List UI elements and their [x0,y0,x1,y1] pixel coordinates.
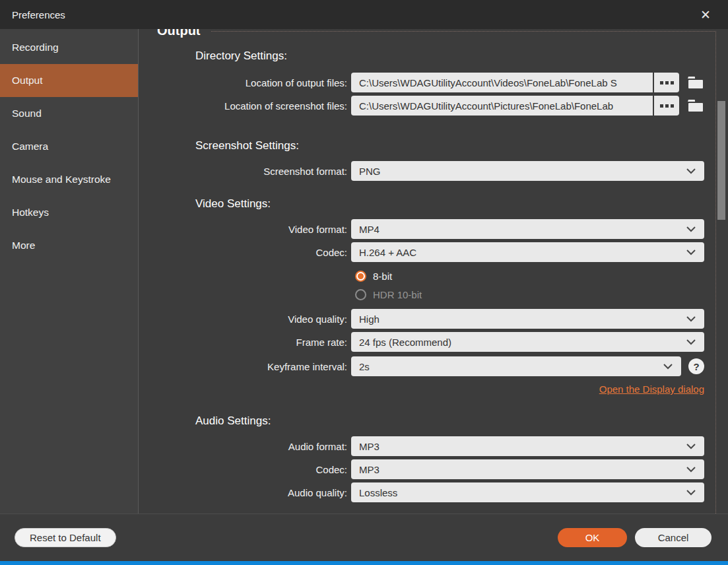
audio-codec-label: Codec: [157,464,351,475]
chevron-down-icon [686,489,696,496]
sidebar-item-recording[interactable]: Recording [0,31,138,64]
video-quality-value: High [359,314,680,325]
folder-icon [688,99,704,112]
output-location-label: Location of output files: [157,77,351,88]
chevron-down-icon [686,443,696,449]
audio-format-dropdown[interactable]: MP3 [351,436,704,456]
vertical-scrollbar-thumb[interactable] [717,101,725,220]
sidebar-item-output[interactable]: Output [0,64,138,97]
keyframe-interval-value: 2s [359,361,657,372]
chevron-down-icon [686,168,696,174]
page-title: Output [157,29,704,38]
screenshot-format-value: PNG [359,166,680,177]
chevron-down-icon [686,316,696,322]
audio-quality-dropdown[interactable]: Lossless [351,482,704,502]
output-settings-panel: Output Directory Settings: Location of o… [139,29,728,514]
output-location-field[interactable]: C:\Users\WDAGUtilityAccount\Videos\FoneL… [351,73,653,92]
audio-quality-row: Audio quality: Lossless [157,482,704,502]
screenshot-location-field[interactable]: C:\Users\WDAGUtilityAccount\Pictures\Fon… [351,96,653,116]
radio-hdr10bit[interactable] [355,289,366,300]
sidebar-item-more[interactable]: More [0,229,138,262]
help-question-icon[interactable]: ? [688,358,704,374]
video-codec-value: H.264 + AAC [359,247,680,258]
open-folder-icon[interactable] [687,74,704,91]
screenshot-location-row: Location of screenshot files: C:\Users\W… [157,96,704,116]
video-quality-dropdown[interactable]: High [351,309,704,329]
audio-codec-dropdown[interactable]: MP3 [351,459,704,479]
chevron-down-icon [686,339,696,345]
screenshot-format-row: Screenshot format: PNG [157,161,704,181]
audio-settings-heading: Audio Settings: [195,415,704,428]
output-location-row: Location of output files: C:\Users\WDAGU… [157,73,704,92]
chevron-down-icon [686,226,696,232]
audio-format-label: Audio format: [157,441,351,452]
keyframe-interval-dropdown[interactable]: 2s [351,356,681,376]
video-quality-row: Video quality: High [157,309,704,329]
footer-bar: Reset to Default OK Cancel [0,514,728,561]
audio-codec-row: Codec: MP3 [157,459,704,479]
chevron-down-icon [663,363,673,370]
keyframe-interval-row: Keyframe interval: 2s ? [157,356,704,376]
radio-hdr10bit-label: HDR 10-bit [373,289,422,300]
bit-depth-hdr10bit-option: HDR 10-bit [157,288,704,300]
ok-button[interactable]: OK [558,528,627,547]
screenshot-location-label: Location of screenshot files: [157,100,351,112]
screenshot-format-label: Screenshot format: [157,166,351,177]
taskbar-edge-strip [0,561,728,565]
browse-ellipsis-icon[interactable] [654,73,679,92]
audio-format-row: Audio format: MP3 [157,436,704,456]
folder-icon [688,76,704,89]
video-codec-row: Codec: H.264 + AAC [157,242,704,262]
sidebar-item-camera[interactable]: Camera [0,130,138,163]
video-settings-heading: Video Settings: [195,197,704,211]
video-format-dropdown[interactable]: MP4 [351,219,704,239]
open-display-dialog-link[interactable]: Open the Display dialog [599,383,704,395]
display-dialog-link-row: Open the Display dialog [157,383,704,395]
video-quality-label: Video quality: [157,314,351,325]
bit-depth-8bit-option: 8-bit [157,270,704,282]
sidebar-item-sound[interactable]: Sound [0,97,138,130]
video-format-row: Video format: MP4 [157,219,704,239]
audio-quality-label: Audio quality: [157,487,351,498]
frame-rate-value: 24 fps (Recommend) [359,337,680,348]
radio-8bit-label: 8-bit [373,271,392,282]
close-icon[interactable]: ✕ [692,0,719,29]
screenshot-settings-heading: Screenshot Settings: [195,139,704,152]
reset-to-default-button[interactable]: Reset to Default [15,528,116,547]
audio-format-value: MP3 [359,441,680,452]
sidebar-item-hotkeys[interactable]: Hotkeys [0,196,138,229]
directory-settings-heading: Directory Settings: [195,50,704,63]
frame-rate-label: Frame rate: [157,337,351,348]
video-format-label: Video format: [157,224,351,235]
open-folder-icon[interactable] [687,97,704,114]
audio-quality-value: Lossless [359,487,680,498]
titlebar: Preferences ✕ [0,0,728,29]
preferences-dialog: Preferences ✕ Recording Output Sound Cam… [0,0,728,565]
radio-8bit[interactable] [355,271,366,282]
video-format-value: MP4 [359,224,680,235]
screenshot-format-dropdown[interactable]: PNG [351,161,704,181]
frame-rate-row: Frame rate: 24 fps (Recommend) [157,332,704,352]
cancel-button[interactable]: Cancel [635,528,711,547]
video-codec-label: Codec: [157,247,351,258]
keyframe-interval-label: Keyframe interval: [157,361,351,372]
window-title: Preferences [12,9,65,20]
chevron-down-icon [686,466,696,473]
audio-codec-value: MP3 [359,464,680,475]
sidebar-item-mouse-keystroke[interactable]: Mouse and Keystroke [0,163,138,196]
sidebar: Recording Output Sound Camera Mouse and … [0,29,139,514]
video-codec-dropdown[interactable]: H.264 + AAC [351,242,704,262]
browse-ellipsis-icon[interactable] [654,96,679,116]
frame-rate-dropdown[interactable]: 24 fps (Recommend) [351,332,704,352]
chevron-down-icon [686,249,696,255]
